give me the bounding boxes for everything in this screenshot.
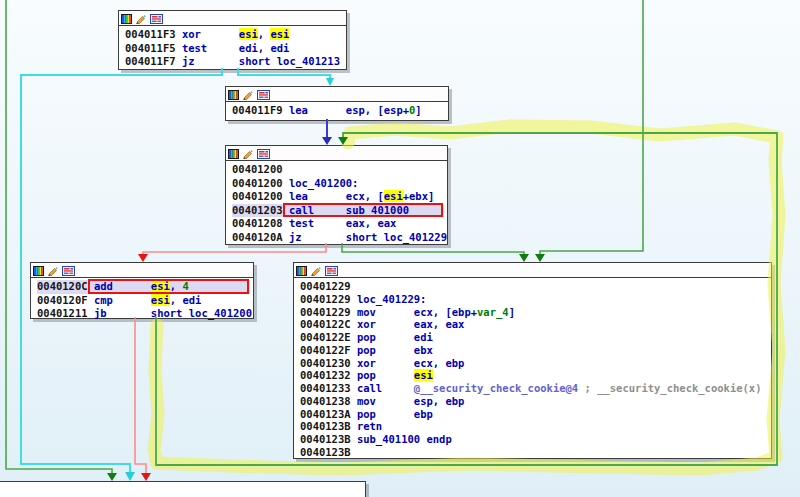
edge-red-d-to-bottom[interactable] — [135, 317, 146, 473]
node-titlebar[interactable] — [294, 263, 771, 278]
edge-arrow — [535, 254, 545, 262]
node-titlebar[interactable] — [226, 146, 447, 161]
node-body: 004011F9 lea esp, [esp+0] — [226, 102, 448, 118]
edge-arrow — [125, 472, 135, 481]
asm-line[interactable]: 00401232 pop esi — [300, 369, 771, 382]
node-frame-icon[interactable] — [257, 90, 270, 100]
graph-node-004011F3[interactable]: 004011F3 xor esi, esi004011F5 test edi, … — [118, 10, 347, 70]
graph-node-00401229[interactable]: 0040122900401229 loc_401229:00401229 mov… — [293, 262, 772, 459]
graph-node-004011F9[interactable]: 004011F9 lea esp, [esp+0] — [225, 86, 449, 121]
node-edit-icon[interactable] — [47, 266, 59, 276]
node-color-icon[interactable] — [33, 266, 44, 276]
node-titlebar[interactable] — [31, 263, 253, 278]
edge-arrow — [519, 254, 529, 262]
edge-arrow — [338, 137, 348, 145]
asm-line[interactable]: 0040123B retn — [300, 420, 771, 433]
asm-line[interactable]: 004011F3 xor esi, esi — [125, 28, 346, 42]
edge-arrow — [141, 473, 151, 481]
node-color-icon[interactable] — [296, 266, 307, 276]
asm-line[interactable]: 0040120A jz short loc_401229 — [232, 231, 447, 245]
graph-node-0040120C[interactable]: 0040120C add esi, 40040120F cmp esi, edi… — [30, 262, 254, 319]
node-edit-icon[interactable] — [310, 266, 322, 276]
node-body: 0040122900401229 loc_401229:00401229 mov… — [294, 278, 771, 459]
asm-line[interactable]: 0040122F pop ebx — [300, 344, 771, 357]
node-frame-icon[interactable] — [150, 14, 163, 24]
asm-line[interactable]: 00401200 lea ecx, [esi+ebx] — [232, 190, 447, 204]
node-titlebar[interactable] — [119, 11, 346, 26]
node-color-icon[interactable] — [228, 149, 239, 159]
asm-line[interactable]: 0040123B — [300, 446, 771, 459]
edge-arrow — [326, 78, 334, 86]
asm-line[interactable]: 00401200 loc_401200: — [232, 177, 447, 191]
node-body: 0040120000401200 loc_401200:00401200 lea… — [226, 161, 447, 245]
edge-arrow — [107, 473, 117, 481]
graph-node-00401200[interactable]: 0040120000401200 loc_401200:00401200 lea… — [225, 145, 448, 245]
asm-line[interactable]: 004011F5 test edi, edi — [125, 42, 346, 56]
asm-line[interactable]: 00401230 xor ecx, ebp — [300, 357, 771, 370]
edge-green-left-to-bottom[interactable] — [6, 0, 112, 473]
node-frame-icon[interactable] — [62, 266, 75, 276]
node-frame-icon[interactable] — [325, 266, 338, 276]
node-edit-icon[interactable] — [242, 90, 254, 100]
edge-arrow — [138, 254, 148, 262]
node-color-icon[interactable] — [121, 14, 132, 24]
edge-green-top-to-e[interactable] — [540, 0, 643, 255]
asm-line[interactable]: 00401229 mov ecx, [ebp+var_4] — [300, 306, 771, 319]
asm-line[interactable]: 004011F7 jz short loc_401213 — [125, 55, 346, 69]
node-frame-icon[interactable] — [257, 149, 270, 159]
node-body: 004011F3 xor esi, esi004011F5 test edi, … — [119, 26, 346, 69]
asm-line[interactable]: 0040120C add esi, 4 — [37, 280, 250, 294]
asm-line[interactable]: 00401203 call sub_401000 — [232, 204, 444, 218]
graph-canvas[interactable]: 004011F3 xor esi, esi004011F5 test edi, … — [0, 0, 800, 497]
asm-line[interactable]: 004011F9 lea esp, [esp+0] — [232, 104, 448, 118]
asm-line[interactable]: 00401229 — [300, 280, 771, 293]
asm-line[interactable]: 0040123B sub_401100 endp — [300, 433, 771, 446]
node-color-icon[interactable] — [228, 90, 239, 100]
node-body: 0040120C add esi, 40040120F cmp esi, edi… — [31, 278, 253, 321]
asm-line[interactable]: 0040122C xor eax, eax — [300, 318, 771, 331]
node-edit-icon[interactable] — [135, 14, 147, 24]
asm-line[interactable]: 00401233 call @__security_check_cookie@4… — [300, 382, 771, 395]
edge-arrow — [322, 137, 332, 145]
graph-node-partial-bottom[interactable] — [0, 481, 366, 497]
asm-line[interactable]: 0040120F cmp esi, edi — [37, 294, 253, 308]
asm-line[interactable]: 00401211 jb short loc_401200 — [37, 307, 253, 321]
asm-line[interactable]: 00401229 loc_401229: — [300, 293, 771, 306]
asm-line[interactable]: 0040123A pop ebp — [300, 408, 771, 421]
asm-line[interactable]: 00401200 — [232, 163, 447, 177]
node-titlebar[interactable] — [226, 87, 448, 102]
node-edit-icon[interactable] — [242, 149, 254, 159]
asm-line[interactable]: 00401238 mov esp, ebp — [300, 395, 771, 408]
asm-line[interactable]: 0040122E pop edi — [300, 331, 771, 344]
asm-line[interactable]: 00401208 test eax, eax — [232, 217, 447, 231]
node-body — [0, 482, 365, 484]
